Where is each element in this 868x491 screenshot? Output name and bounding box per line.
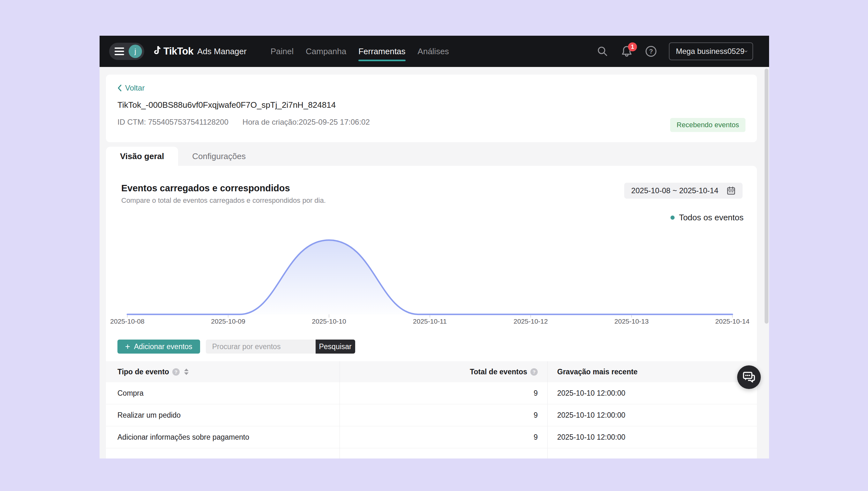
brand-name: TikTok [163,46,193,57]
calendar-icon [727,186,736,195]
primary-nav: Painel Campanha Ferramentas Análises [265,36,455,67]
pixel-meta: ID CTM: 7554057537541128200 Hora de cria… [117,118,745,126]
event-latest-cell: 2025-10-10 12:00:00 [548,426,757,448]
support-chat-button[interactable] [737,365,761,389]
hamburger-menu-icon[interactable] [114,48,124,55]
event-type-cell: Realizar um pedido [106,404,340,426]
event-latest-cell: 2025-10-10 12:00:00 [548,382,757,404]
event-total-cell: 9 [340,382,548,404]
notification-count-badge: 1 [628,42,637,51]
column-header-gravacao-mais-recente: Gravação mais recente [548,361,757,382]
page-tabs: Visão geral Configurações [106,147,260,166]
event-latest-cell: 2025-10-10 12:00:00 [548,404,757,426]
chat-bubbles-icon [742,371,755,383]
navbar-actions: 1 ? Mega business0529 [596,42,753,60]
chevron-down-icon [744,49,748,54]
events-table: Tipo de evento ? Total de eventos ? Grav… [106,361,757,459]
table-header-row: Tipo de evento ? Total de eventos ? Grav… [106,361,757,382]
table-row[interactable]: Adicionar informações sobre pagamento 9 … [106,426,757,448]
help-icon[interactable]: ? [645,45,657,58]
date-range-picker[interactable]: 2025-10-08 ~ 2025-10-14 [624,183,742,199]
events-area-chart [106,225,757,320]
tab-configuracoes[interactable]: Configurações [178,147,260,166]
nav-item-ferramentas[interactable]: Ferramentas [352,36,411,67]
events-search-group: Pesquisar [206,340,355,354]
tiktok-ads-manager-window: j TikTok Ads Manager Painel Campanha Fer… [100,36,769,459]
x-tick-label: 2025-10-08 [100,318,156,325]
x-tick-label: 2025-10-11 [401,318,459,325]
legend-label: Todos os eventos [679,213,743,223]
x-tick-label: 2025-10-09 [199,318,257,325]
add-events-button[interactable]: + Adicionar eventos [117,340,200,354]
tiktok-note-icon [153,46,161,57]
help-icon[interactable]: ? [172,368,180,376]
x-tick-label: 2025-10-12 [502,318,560,325]
search-submit-button[interactable]: Pesquisar [316,340,355,354]
event-type-cell: Adicionar informações sobre pagamento [106,426,340,448]
sort-icon[interactable] [184,369,189,375]
chart-x-axis: 2025-10-08 2025-10-09 2025-10-10 2025-10… [106,318,757,327]
search-icon[interactable] [596,45,609,58]
account-name: Mega business0529 [676,47,744,56]
ctm-id: ID CTM: 7554057537541128200 [117,118,228,126]
events-toolbar: + Adicionar eventos Pesquisar [117,340,355,354]
chart-legend[interactable]: Todos os eventos [671,213,743,223]
creation-time: Hora de criação:2025-09-25 17:06:02 [243,118,370,126]
table-row-clipped [106,448,757,459]
nav-item-painel[interactable]: Painel [265,36,300,67]
column-header-total-de-eventos[interactable]: Total de eventos ? [340,361,548,382]
notifications-bell-icon[interactable]: 1 [620,45,633,58]
account-dropdown[interactable]: Mega business0529 [669,42,753,60]
x-tick-label: 2025-10-14 [704,318,761,325]
help-icon[interactable]: ? [531,368,538,376]
event-total-cell: 9 [340,426,548,448]
chevron-left-icon [117,84,122,92]
chart-header: Eventos carregados e correspondidos Comp… [121,183,326,205]
brand-logo: TikTok Ads Manager [153,46,247,57]
event-total-cell: 9 [340,404,548,426]
active-tab-underline [358,60,405,61]
column-header-tipo-de-evento[interactable]: Tipo de evento ? [106,361,340,382]
x-tick-label: 2025-10-10 [300,318,358,325]
nav-item-analises[interactable]: Análises [412,36,455,67]
pixel-title: TikTok_-000BS88u6vf0Fxqjwafe0F7O_spTj_2i… [117,100,745,110]
desktop-background: j TikTok Ads Manager Painel Campanha Fer… [0,0,868,491]
legend-dot-icon [671,215,675,220]
overview-card: Eventos carregados e correspondidos Comp… [106,166,757,459]
x-tick-label: 2025-10-13 [603,318,660,325]
svg-text:?: ? [649,48,653,55]
top-navbar: j TikTok Ads Manager Painel Campanha Fer… [100,36,769,67]
chart-subtitle: Compare o total de eventos carregados e … [121,196,326,205]
status-badge: Recebendo eventos [670,118,745,132]
brand-suffix: Ads Manager [197,47,247,56]
event-source-header-card: Voltar TikTok_-000BS88u6vf0Fxqjwafe0F7O_… [106,75,757,142]
events-search-input[interactable] [206,340,316,354]
avatar[interactable]: j [129,45,142,58]
menu-avatar-pill[interactable]: j [109,43,144,60]
event-type-cell: Compra [106,382,340,404]
chart-title: Eventos carregados e correspondidos [121,183,326,194]
tab-visao-geral[interactable]: Visão geral [106,147,178,166]
table-row[interactable]: Compra 9 2025-10-10 12:00:00 [106,382,757,404]
plus-icon: + [125,342,130,351]
vertical-scrollbar[interactable] [765,68,768,324]
back-link[interactable]: Voltar [117,84,144,92]
table-row[interactable]: Realizar um pedido 9 2025-10-10 12:00:00 [106,404,757,426]
nav-item-campanha[interactable]: Campanha [300,36,352,67]
